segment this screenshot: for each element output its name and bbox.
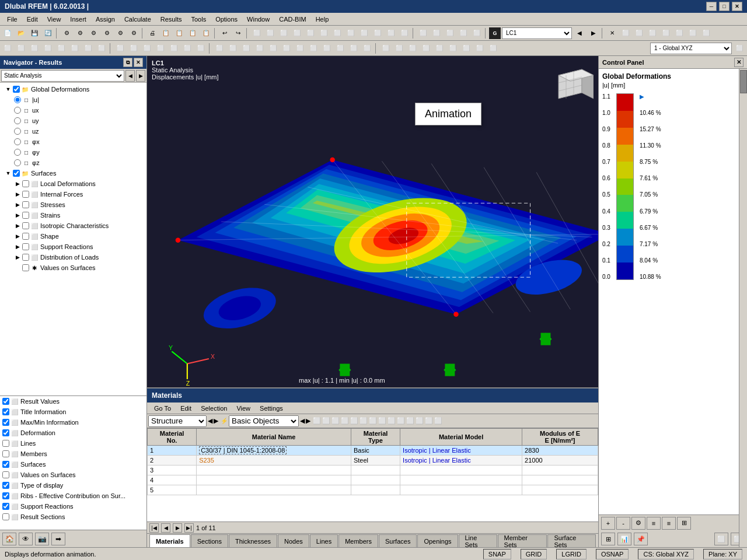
vs-expand[interactable] (14, 264, 21, 271)
tab-line-sets[interactable]: Line Sets (459, 534, 497, 547)
tree-phiz[interactable]: □ φz (0, 158, 146, 168)
tree-distribution[interactable]: ▶ ⬜ Distribution of Loads (0, 252, 146, 262)
surfaces-expand[interactable]: ▼ (5, 170, 12, 177)
cp-scrollbar[interactable] (739, 69, 747, 547)
tab-sections[interactable]: Sections (191, 534, 228, 547)
nav-close-btn[interactable]: ✕ (134, 58, 143, 67)
tree-values-surfaces[interactable]: ✱ Values on Surfaces (0, 262, 146, 273)
tree-strains[interactable]: ▶ ⬜ Strains (0, 210, 146, 220)
t2-btn-15[interactable]: ⬜ (181, 42, 194, 55)
uz-radio[interactable] (14, 128, 21, 135)
tb-btn-9[interactable]: ⚙ (114, 27, 127, 40)
menu-help[interactable]: Help (311, 15, 334, 24)
cp-expand-btn[interactable]: ⊞ (677, 517, 691, 530)
cp-table-btn[interactable]: ⊞ (601, 533, 615, 545)
t3-btn6[interactable]: ⬜ (359, 417, 368, 425)
tb-btn-46[interactable]: ⬜ (686, 27, 699, 40)
tb-btn-29[interactable]: ⬜ (385, 27, 397, 40)
table-menu-settings[interactable]: Settings (255, 404, 288, 412)
menu-cad-bim[interactable]: CAD-BIM (274, 15, 310, 24)
tb-btn-27[interactable]: ⬜ (358, 27, 371, 40)
maximize-button[interactable]: □ (719, 2, 729, 11)
t2-btn-25[interactable]: ⬜ (307, 42, 320, 55)
u-abs-radio[interactable] (14, 96, 21, 103)
cp-zoom-out-btn[interactable]: - (616, 517, 630, 530)
tb-btn-23[interactable]: ⬜ (304, 27, 317, 40)
vs-checkbox[interactable] (22, 264, 29, 271)
sr-checkbox[interactable] (22, 243, 29, 250)
phiy-radio[interactable] (14, 149, 21, 156)
table-menu-goto[interactable]: Go To (149, 404, 176, 412)
t3-btn10[interactable]: ⬜ (397, 417, 405, 425)
close-button[interactable]: ✕ (732, 2, 742, 11)
t2-btn-32[interactable]: ⬜ (393, 42, 406, 55)
expand-icon[interactable]: ▼ (5, 86, 12, 93)
bottom-lines[interactable]: ⬜ Lines (0, 438, 146, 449)
vs2-checkbox[interactable] (2, 471, 9, 478)
tree-u-abs[interactable]: □ |u| (0, 94, 146, 105)
tb-btn-14[interactable]: 📋 (186, 27, 199, 40)
page-next-btn[interactable]: ▶ (173, 523, 182, 533)
tb-btn-35[interactable]: ⬜ (457, 27, 470, 40)
lc-next[interactable]: ▶ (587, 27, 600, 40)
tb-btn-10[interactable]: ⚙ (127, 27, 140, 40)
cp-scroll-thumb[interactable] (740, 70, 747, 93)
tb-btn-13[interactable]: 📋 (173, 27, 186, 40)
t2-btn-24[interactable]: ⬜ (294, 42, 306, 55)
t2-btn-1[interactable]: ⬜ (1, 42, 14, 55)
t3-btn11[interactable]: ⬜ (406, 417, 414, 425)
t2-btn-34[interactable]: ⬜ (420, 42, 432, 55)
t2-btn-12[interactable]: ⬜ (141, 42, 153, 55)
tree-internal-forces[interactable]: ▶ ⬜ Internal Forces (0, 189, 146, 200)
t2-btn-6[interactable]: ⬜ (68, 42, 81, 55)
t3-btn9[interactable]: ⬜ (388, 417, 396, 425)
tab-nodes[interactable]: Nodes (278, 534, 309, 547)
tb-btn-22[interactable]: ⬜ (291, 27, 303, 40)
ld-expand[interactable]: ▶ (14, 180, 21, 187)
t3-btn12[interactable]: ⬜ (416, 417, 424, 425)
tree-local-deformations[interactable]: ▶ ⬜ Local Deformations (0, 178, 146, 189)
nf-eye-btn[interactable]: 👁 (19, 533, 33, 545)
t2-btn-38[interactable]: ⬜ (473, 42, 486, 55)
view-area[interactable]: LC1 Static Analysis Displacements |u| [m… (147, 56, 598, 387)
t3-btn2[interactable]: ⬜ (322, 417, 330, 425)
t2-btn-33[interactable]: ⬜ (406, 42, 419, 55)
view-combo[interactable]: 1 - Global XYZ (650, 43, 732, 54)
filter-prev[interactable]: ◀ (208, 417, 212, 425)
rs-checkbox[interactable] (2, 513, 9, 520)
t2-btn-27[interactable]: ⬜ (334, 42, 347, 55)
table-menu-edit[interactable]: Edit (176, 404, 196, 412)
open-button[interactable]: 📂 (15, 27, 27, 40)
t2-btn-31[interactable]: ⬜ (379, 42, 392, 55)
gd-checkbox[interactable] (13, 86, 20, 93)
menu-results[interactable]: Results (156, 15, 187, 24)
page-prev-btn[interactable]: ◀ (161, 523, 170, 533)
obj-combo-prev[interactable]: ◀ (300, 417, 305, 425)
lc-combo[interactable]: LC1 (502, 27, 572, 39)
t3-btn3[interactable]: ⬜ (331, 417, 340, 425)
tree-ux[interactable]: □ ux (0, 105, 146, 116)
table-menu-selection[interactable]: Selection (196, 404, 232, 412)
tb-btn-41[interactable]: ⬜ (619, 27, 632, 40)
tree-shape[interactable]: ▶ ⬜ Shape (0, 231, 146, 242)
t2-btn-39[interactable]: ⬜ (487, 42, 500, 55)
tab-lines[interactable]: Lines (310, 534, 338, 547)
lc-prev[interactable]: ◀ (573, 27, 586, 40)
nf-cam-btn[interactable]: 📷 (35, 533, 49, 545)
tb-btn-8[interactable]: ⚙ (100, 27, 113, 40)
cp-maximize-btn[interactable]: ⬜ (714, 533, 728, 545)
t2-btn-23[interactable]: ⬜ (280, 42, 293, 55)
table-filter-combo[interactable]: Structure (148, 415, 207, 427)
table-menu-view[interactable]: View (232, 404, 255, 412)
t2-btn-7[interactable]: ⬜ (82, 42, 95, 55)
t3-btn7[interactable]: ⬜ (369, 417, 377, 425)
surfaces-checkbox[interactable] (13, 170, 20, 177)
table-row-3[interactable]: 3 (148, 466, 598, 475)
stress-checkbox[interactable] (22, 201, 29, 208)
cp-filter-btn[interactable]: ≡ (647, 517, 661, 530)
tb-btn-30[interactable]: ⬜ (398, 27, 411, 40)
nf-arrow-btn[interactable]: ➡ (51, 533, 65, 545)
undo-button[interactable]: ↩ (218, 27, 231, 40)
td-checkbox[interactable] (2, 482, 9, 489)
t2-btn-11[interactable]: ⬜ (127, 42, 140, 55)
